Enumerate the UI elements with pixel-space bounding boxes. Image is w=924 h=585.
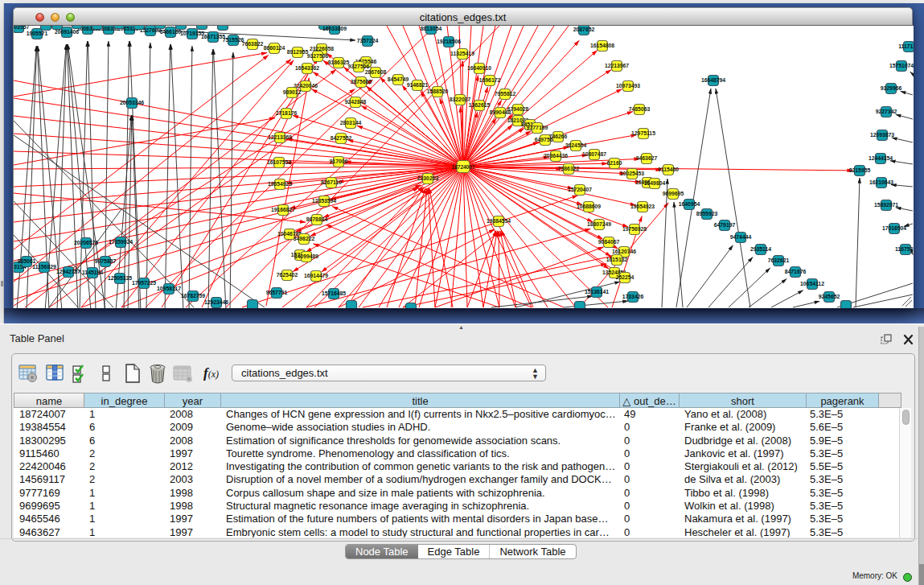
svg-text:10973493: 10973493 xyxy=(616,83,640,89)
svg-text:1903557: 1903557 xyxy=(14,26,29,30)
svg-text:1696172: 1696172 xyxy=(479,77,501,83)
svg-text:20364436: 20364436 xyxy=(544,153,568,159)
svg-text:8471676: 8471676 xyxy=(785,269,807,274)
svg-text:16543362: 16543362 xyxy=(295,65,319,71)
svg-text:8186325: 8186325 xyxy=(328,60,350,65)
svg-text:16107553: 16107553 xyxy=(267,159,291,165)
svg-text:6794028: 6794028 xyxy=(507,106,529,112)
svg-text:15892971: 15892971 xyxy=(874,202,898,208)
svg-text:1649804: 1649804 xyxy=(644,180,666,186)
svg-text:19654923: 19654923 xyxy=(630,204,655,209)
svg-text:2718176: 2718176 xyxy=(276,110,298,116)
svg-text:8955923: 8955923 xyxy=(696,211,718,216)
svg-text:17016504: 17016504 xyxy=(882,225,906,231)
svg-text:1615132: 1615132 xyxy=(606,257,628,262)
svg-text:20691406: 20691406 xyxy=(55,29,79,35)
svg-text:9329966: 9329966 xyxy=(881,85,902,91)
svg-text:1167533: 1167533 xyxy=(895,246,914,252)
svg-text:14099489: 14099489 xyxy=(294,253,318,259)
svg-text:10025453: 10025453 xyxy=(620,171,644,176)
svg-text:16120746: 16120746 xyxy=(612,249,636,254)
svg-text:10958117: 10958117 xyxy=(157,286,181,291)
svg-text:3875685: 3875685 xyxy=(351,79,372,84)
svg-text:935061: 935061 xyxy=(18,258,36,264)
svg-text:18724007: 18724007 xyxy=(452,164,475,170)
svg-text:8678834: 8678834 xyxy=(306,216,328,222)
svg-text:8660124: 8660124 xyxy=(264,45,285,51)
svg-text:16648794: 16648794 xyxy=(701,77,725,83)
svg-text:9327506: 9327506 xyxy=(307,53,329,59)
svg-text:8267110: 8267110 xyxy=(321,179,342,185)
svg-text:989012: 989012 xyxy=(283,89,302,95)
svg-text:16782759: 16782759 xyxy=(181,293,205,299)
svg-text:12353594: 12353594 xyxy=(312,198,336,204)
svg-text:3624554: 3624554 xyxy=(565,142,587,148)
svg-text:746266: 746266 xyxy=(549,134,568,139)
svg-text:15716485: 15716485 xyxy=(322,290,346,296)
svg-text:17957225: 17957225 xyxy=(132,280,156,286)
svg-text:3498222: 3498222 xyxy=(294,236,315,241)
svg-text:9227342: 9227342 xyxy=(876,109,897,114)
svg-text:62160: 62160 xyxy=(607,160,622,166)
svg-text:16671355: 16671355 xyxy=(201,34,225,39)
svg-text:11325419: 11325419 xyxy=(450,51,474,56)
svg-text:9245652: 9245652 xyxy=(819,294,840,299)
svg-text:8813054: 8813054 xyxy=(421,26,442,31)
svg-text:9699695: 9699695 xyxy=(663,191,684,196)
svg-text:7663822: 7663822 xyxy=(242,41,264,47)
svg-text:23226058: 23226058 xyxy=(310,46,334,51)
svg-text:19654925: 19654925 xyxy=(268,181,292,187)
svg-text:7625402: 7625402 xyxy=(277,272,298,278)
svg-text:8912955: 8912955 xyxy=(287,49,309,55)
svg-text:9975887: 9975887 xyxy=(95,258,117,264)
svg-text:16210643: 16210643 xyxy=(869,179,893,185)
svg-text:17359924: 17359924 xyxy=(109,239,133,245)
svg-text:917006: 917006 xyxy=(330,159,348,164)
svg-text:7357224: 7357224 xyxy=(357,38,379,43)
svg-text:12444154: 12444154 xyxy=(869,155,893,161)
svg-text:16154808: 16154808 xyxy=(590,43,614,48)
svg-text:12213967: 12213967 xyxy=(605,63,629,68)
svg-text:8427552: 8427552 xyxy=(331,135,352,141)
svg-text:2867608: 2867608 xyxy=(365,69,387,75)
svg-text:7955812: 7955812 xyxy=(495,91,516,97)
svg-text:9115460: 9115460 xyxy=(658,167,679,172)
svg-text:1117133: 1117133 xyxy=(898,43,914,49)
svg-text:1640954: 1640954 xyxy=(679,201,700,207)
svg-text:2330203: 2330203 xyxy=(417,175,439,181)
svg-text:12505135: 12505135 xyxy=(108,275,132,281)
svg-text:2935114: 2935114 xyxy=(750,246,771,252)
svg-text:9657791: 9657791 xyxy=(266,290,288,295)
svg-text:7986322: 7986322 xyxy=(558,166,580,171)
svg-text:15720407: 15720407 xyxy=(568,187,592,192)
svg-text:9084067: 9084067 xyxy=(598,239,620,245)
svg-text:1733426: 1733426 xyxy=(622,294,644,299)
svg-text:12923446: 12923446 xyxy=(204,299,228,305)
svg-text:22420046: 22420046 xyxy=(294,83,318,89)
svg-text:7485063: 7485063 xyxy=(629,106,651,112)
svg-text:16914479: 16914479 xyxy=(304,273,328,278)
svg-text:9242848: 9242848 xyxy=(345,99,367,105)
svg-text:6479197: 6479197 xyxy=(714,222,736,228)
svg-text:7515526: 7515526 xyxy=(223,37,244,43)
svg-text:10654112: 10654112 xyxy=(800,281,824,286)
svg-text:9474444: 9474444 xyxy=(730,234,752,240)
svg-text:19218506: 19218506 xyxy=(437,39,461,44)
svg-text:9327506: 9327506 xyxy=(348,64,370,69)
svg-text:18807249: 18807249 xyxy=(587,221,611,227)
svg-text:8215955: 8215955 xyxy=(849,167,871,173)
svg-text:12975115: 12975115 xyxy=(631,130,655,136)
svg-text:19166827: 19166827 xyxy=(271,207,295,212)
svg-text:10807487: 10807487 xyxy=(582,151,606,157)
svg-text:10688609: 10688609 xyxy=(577,204,601,209)
svg-text:9463627: 9463627 xyxy=(636,155,658,161)
svg-text:12213369: 12213369 xyxy=(268,134,292,140)
svg-text:6466160: 6466160 xyxy=(160,29,182,35)
svg-text:8322037: 8322037 xyxy=(450,97,471,102)
svg-text:20053346: 20053346 xyxy=(120,100,144,105)
svg-text:2803144: 2803144 xyxy=(340,120,362,126)
svg-text:252254: 252254 xyxy=(616,274,634,280)
svg-text:9146821: 9146821 xyxy=(407,82,429,88)
svg-text:2087652: 2087652 xyxy=(573,27,595,32)
svg-text:8454749: 8454749 xyxy=(388,76,409,82)
